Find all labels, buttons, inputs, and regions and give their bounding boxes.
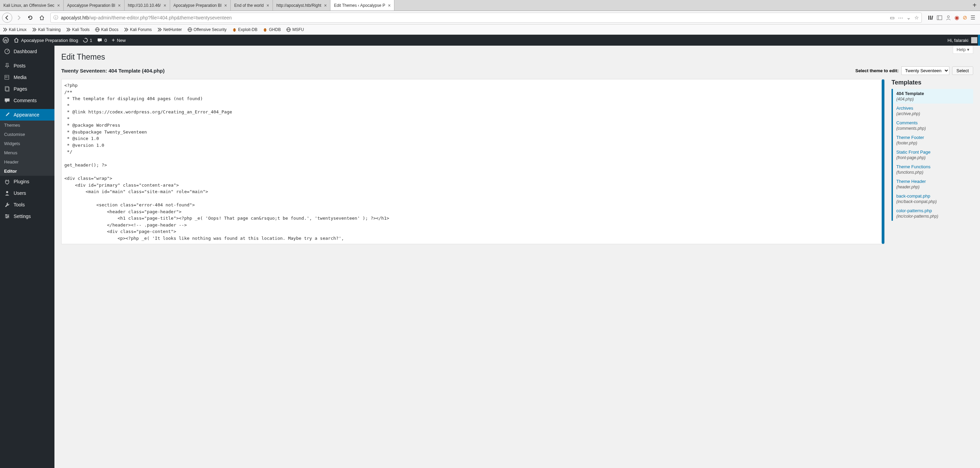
account-icon[interactable] xyxy=(946,15,951,21)
template-item[interactable]: Static Front Page(front-page.php) xyxy=(893,147,973,162)
avatar[interactable] xyxy=(971,37,977,43)
template-item[interactable]: Theme Header(header.php) xyxy=(893,177,973,192)
comments-link[interactable]: 0 xyxy=(97,37,107,43)
sidebar-subitem-customise[interactable]: Customise xyxy=(0,130,54,139)
sidebar-subitem-editor[interactable]: Editor xyxy=(0,166,54,176)
sidebar-item-plugins[interactable]: Plugins xyxy=(0,176,54,187)
browser-tab[interactable]: http://10.10.10.46/× xyxy=(124,0,170,11)
svg-point-28 xyxy=(8,216,9,217)
pin-icon xyxy=(4,63,10,69)
sidebar-subitem-themes[interactable]: Themes xyxy=(0,121,54,130)
bookmark-star-icon[interactable]: ☆ xyxy=(914,14,919,21)
template-item[interactable]: Theme Functions(functions.php) xyxy=(893,162,973,177)
sidebar-item-posts[interactable]: Posts xyxy=(0,60,54,72)
close-icon[interactable]: × xyxy=(266,3,269,8)
library-icon[interactable] xyxy=(928,15,933,21)
site-info-icon[interactable]: ⓘ xyxy=(53,14,58,21)
bookmark-item[interactable]: Kali Docs xyxy=(95,27,118,32)
browser-tab[interactable]: End of the world× xyxy=(231,0,273,11)
wrench-icon xyxy=(4,202,10,208)
template-item[interactable]: back-compat.php(inc/back-compat.php) xyxy=(893,192,973,206)
new-tab-button[interactable]: + xyxy=(969,0,980,11)
browser-tab[interactable]: http://apocalyst.htb/Right× xyxy=(273,0,331,11)
page-icon xyxy=(4,86,10,92)
bookmark-item[interactable]: MSFU xyxy=(286,27,304,32)
svg-point-26 xyxy=(5,214,7,216)
settings-icon xyxy=(4,213,10,219)
reload-button[interactable] xyxy=(25,13,35,23)
sidebar-subitem-header[interactable]: Header xyxy=(0,157,54,166)
sidebar-item-pages[interactable]: Pages xyxy=(0,83,54,95)
bookmark-item[interactable]: GHDB xyxy=(263,27,281,32)
back-button[interactable] xyxy=(2,13,12,23)
new-content-link[interactable]: + New xyxy=(111,37,126,43)
bookmark-icon xyxy=(232,27,237,32)
close-icon[interactable]: × xyxy=(57,3,60,8)
extension-icon-2[interactable]: ⊘ xyxy=(963,14,967,21)
url-host: apocalyst.htb xyxy=(61,15,89,21)
sidebar-item-tools[interactable]: Tools xyxy=(0,199,54,211)
template-item[interactable]: Archives(archive.php) xyxy=(893,104,973,118)
sidebar-item-dashboard[interactable]: Dashboard xyxy=(0,46,54,57)
greeting-text[interactable]: Hi, falaraki xyxy=(948,38,969,43)
bookmark-item[interactable]: Kali Linux xyxy=(3,27,27,32)
bookmark-item[interactable]: Kali Training xyxy=(32,27,60,32)
close-icon[interactable]: × xyxy=(224,3,227,8)
url-bar[interactable]: ⓘ apocalyst.htb/wp-admin/theme-editor.ph… xyxy=(50,13,922,23)
bookmark-icon xyxy=(95,27,100,32)
template-item[interactable]: 404 Template(404.php) xyxy=(893,89,973,104)
browser-tab[interactable]: Kali Linux, an Offensive Sec× xyxy=(0,0,64,11)
browser-tab[interactable]: Apocalypse Preparation Bl× xyxy=(170,0,231,11)
editor-scrollbar[interactable] xyxy=(882,79,885,244)
browser-tab[interactable]: Edit Themes ‹ Apocalypse P× xyxy=(331,0,395,11)
sidebar-subitem-widgets[interactable]: Widgets xyxy=(0,139,54,148)
close-icon[interactable]: × xyxy=(324,3,327,8)
bookmark-item[interactable]: Exploit-DB xyxy=(232,27,258,32)
menu-icon[interactable]: ☰ xyxy=(970,14,975,21)
close-icon[interactable]: × xyxy=(388,3,391,8)
sidebar-icon[interactable] xyxy=(937,15,942,21)
url-path: /wp-admin/theme-editor.php?file=404.php&… xyxy=(89,15,232,21)
sidebar-item-appearance[interactable]: Appearance xyxy=(0,109,54,121)
bookmark-item[interactable]: NetHunter xyxy=(157,27,182,32)
sidebar-item-settings[interactable]: Settings xyxy=(0,211,54,222)
browser-tabs: Kali Linux, an Offensive Sec×Apocalypse … xyxy=(0,0,980,11)
sidebar-subitem-menus[interactable]: Menus xyxy=(0,148,54,157)
svg-point-19 xyxy=(3,37,8,43)
close-icon[interactable]: × xyxy=(118,3,121,8)
sidebar-item-media[interactable]: Media xyxy=(0,72,54,83)
sidebar-item-comments[interactable]: Comments xyxy=(0,95,54,106)
home-button[interactable] xyxy=(37,13,47,23)
page-actions-icon[interactable]: ⋯ xyxy=(898,14,903,21)
extension-icon-1[interactable]: ◉ xyxy=(955,14,959,21)
template-item[interactable]: Comments(comments.php) xyxy=(893,118,973,133)
browser-tab[interactable]: Apocalypse Preparation Bl× xyxy=(64,0,124,11)
media-icon xyxy=(4,74,10,80)
bookmark-item[interactable]: Kali Tools xyxy=(66,27,89,32)
code-editor[interactable] xyxy=(62,79,885,243)
bookmark-item[interactable]: Kali Forums xyxy=(124,27,152,32)
site-name-link[interactable]: Apocalypse Preparation Blog xyxy=(14,37,78,43)
sidebar-item-users[interactable]: Users xyxy=(0,187,54,199)
wp-logo[interactable] xyxy=(3,37,9,43)
file-heading: Twenty Seventeen: 404 Template (404.php) xyxy=(61,68,165,73)
theme-select-label: Select theme to edit: xyxy=(856,68,899,73)
theme-select[interactable]: Twenty Seventeen xyxy=(901,66,950,75)
select-button[interactable]: Select xyxy=(952,66,973,75)
bookmark-icon xyxy=(157,27,162,32)
svg-point-5 xyxy=(947,16,950,18)
pocket-icon[interactable]: ⌄ xyxy=(907,14,911,21)
browser-toolbar: ⓘ apocalyst.htb/wp-admin/theme-editor.ph… xyxy=(0,11,980,24)
close-icon[interactable]: × xyxy=(163,3,166,8)
updates-link[interactable]: 1 xyxy=(83,38,92,43)
template-item[interactable]: color-patterns.php(inc/color-patterns.ph… xyxy=(893,206,973,221)
reader-mode-icon[interactable]: ▭ xyxy=(890,14,894,21)
help-tab[interactable]: Help▾ xyxy=(953,46,973,54)
bookmark-item[interactable]: Offensive Security xyxy=(188,27,227,32)
template-item[interactable]: Theme Footer(footer.php) xyxy=(893,133,973,147)
wp-admin-bar: Apocalypse Preparation Blog 1 0 + New Hi… xyxy=(0,35,980,46)
wp-content: Help▾ Edit Themes Twenty Seventeen: 404 … xyxy=(54,46,980,468)
code-editor-wrapper xyxy=(61,79,885,244)
bookmark-icon xyxy=(3,27,8,32)
forward-button[interactable] xyxy=(14,13,24,23)
